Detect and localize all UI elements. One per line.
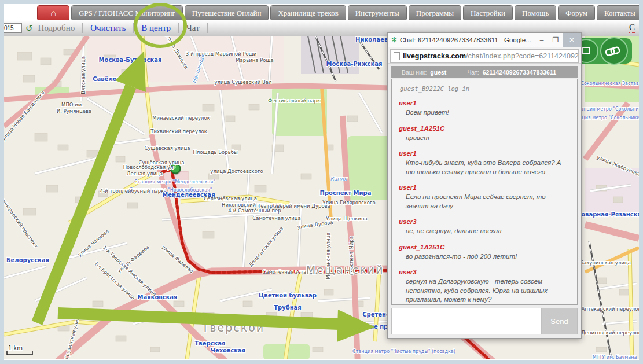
- map-label: Денисовский переулок: [581, 330, 639, 336]
- toolbar-divider: [207, 23, 208, 33]
- map-label: Капля: [330, 176, 348, 182]
- map-label: Марьина Роща: [236, 57, 273, 63]
- menu-item-travel-online[interactable]: Путешествие Онлайн: [185, 5, 269, 21]
- map-label: Бакунинская улица: [580, 260, 631, 266]
- toolbar-divider: [133, 23, 134, 33]
- chat-window-titlebar[interactable]: ✻ Chat: 6211424092673347833611 - Google.…: [388, 33, 581, 47]
- map-label: Тверская: [195, 340, 226, 347]
- chat-message-author: user1: [399, 100, 570, 106]
- map-label: Белорусская: [6, 257, 49, 263]
- toolbar-divider: [82, 23, 83, 33]
- map-label: 4-й троллейбусный парк: [100, 188, 164, 194]
- minimize-button[interactable]: –: [535, 33, 549, 47]
- map-label: Лесная улица: [127, 171, 163, 177]
- menu-item-track-storage[interactable]: Хранилище треков: [270, 5, 346, 21]
- map-label: Ленинградский проспект: [4, 192, 39, 249]
- center-button[interactable]: В центр: [141, 23, 171, 33]
- menu-item-help[interactable]: Помощь: [515, 5, 556, 21]
- chat-message-author: user3: [399, 269, 570, 275]
- url-path: /chat/index.php?code=621142409267: [466, 52, 579, 60]
- close-button[interactable]: ✕: [563, 33, 581, 47]
- scale-label: 1 km: [8, 345, 23, 351]
- map-label: Аптекарский переулок: [581, 306, 639, 312]
- map-label: Проспект Мира: [320, 190, 372, 196]
- map-label: Станция метро "Сокольники": [575, 106, 639, 112]
- map-label: Тверской: [201, 321, 264, 334]
- map-label: Цветной бульвар: [259, 292, 317, 299]
- chat-message-input[interactable]: [391, 308, 542, 334]
- chat-input-row: Send: [391, 308, 578, 334]
- map-label: Сокольническая Застава: [580, 81, 639, 86]
- chat-message: user1Всем привет!: [399, 100, 570, 117]
- chat-message-text: не, не свернул, дальше поехал: [406, 227, 570, 236]
- map-label: Чеховская: [211, 347, 245, 354]
- top-menu-bar: ⌂ GPS / ГЛОНАСС МониторингПутешествие Он…: [4, 4, 639, 20]
- map-label: И. Румянцева: [57, 108, 91, 114]
- map-label: МГТУ им. Баумана: [593, 355, 637, 359]
- send-button[interactable]: Send: [542, 308, 578, 334]
- chat-messages[interactable]: guest_B9212C log inuser1Всем привет!gues…: [391, 79, 578, 305]
- menu-item-settings[interactable]: Настройки: [463, 5, 513, 21]
- chat-message: user1Если на проспект Мира сейчас сверне…: [399, 184, 570, 211]
- map-label: Мещанский: [306, 263, 384, 276]
- map-label: улица Достоевского: [210, 168, 263, 174]
- chat-message: user3сернул на Долгоруковскую - теперь с…: [399, 269, 570, 304]
- clear-button[interactable]: Очистить: [90, 23, 126, 33]
- map-label: Товарная-Рязанская: [577, 211, 639, 218]
- map-label: Минаевский переулок: [152, 115, 210, 121]
- map-label: 3-й проезд Марьиной Рощи: [186, 51, 257, 57]
- toolbar-right-link[interactable]: С: [629, 23, 635, 33]
- nick-label: Ваш ник:: [402, 69, 427, 76]
- chat-message: user3не, не свернул, дальше поехал: [399, 218, 570, 236]
- refresh-icon[interactable]: ↺: [25, 23, 33, 34]
- map-label: 1-я Тверская-Ямская улица: [102, 244, 157, 297]
- scale-bar: 1 km: [7, 345, 32, 355]
- chat-window-title: Chat: 6211424092673347833611 - Google...: [400, 36, 535, 43]
- chat-id-label: Чат:: [467, 69, 479, 76]
- map-label: улица Сущёвский Вал: [215, 79, 272, 85]
- chat-favicon-icon: ✻: [391, 36, 397, 44]
- url-field[interactable]: livegpstracks.com/chat/index.php?code=62…: [390, 49, 579, 63]
- map-label: Маяковская: [138, 294, 178, 300]
- chat-message-text: Кто-нибудь знает, куда это Валера собрал…: [406, 159, 570, 177]
- map-label: Москва-Рижская: [326, 61, 383, 67]
- map-label: Самотёчная улица: [252, 215, 301, 221]
- chat-message: user1Кто-нибудь знает, куда это Валера с…: [399, 150, 570, 177]
- map-label: Улица Гиляровского: [322, 200, 375, 205]
- map-label: Улица Щепкина: [326, 216, 367, 222]
- map-label: Трубная: [274, 304, 302, 311]
- map-label: Москва-Бутырская: [99, 57, 162, 63]
- chat-message-author: guest_1A251C: [399, 125, 570, 132]
- home-button[interactable]: ⌂: [37, 5, 69, 21]
- map-label: Новослободская ул: [123, 164, 174, 170]
- map-label: Тихвинский переулок: [150, 128, 207, 134]
- chat-message-text: сернул на Долгоруковскую - теперь совсем…: [406, 277, 570, 304]
- detail-button[interactable]: Подробно: [38, 23, 75, 33]
- chat-window: ✻ Chat: 6211424092673347833611 - Google.…: [387, 32, 582, 339]
- map-label: Театр зверей имени Дурова: [257, 203, 330, 209]
- maximize-button[interactable]: ❐: [549, 33, 563, 47]
- chat-message-author: user3: [399, 218, 570, 225]
- map-label: Станция метро "Менделеевская": [134, 179, 215, 185]
- chat-button[interactable]: Чат: [186, 23, 200, 33]
- chat-header: Ваш ник: guest Чат: 62114240926733478336…: [391, 66, 578, 78]
- menu-item-contacts[interactable]: Контакты: [597, 5, 639, 21]
- map-label: МПО им.: [61, 102, 83, 108]
- chat-message: guest_1A251Cво разогнался-то - под 200 л…: [399, 244, 570, 262]
- map-label: Станция метро "Чистые пруды" (посадка): [352, 349, 455, 354]
- map-label: Сущёвская улица: [144, 145, 190, 151]
- chat-page: Ваш ник: guest Чат: 62114240926733478336…: [388, 64, 581, 338]
- menu-item-monitoring[interactable]: GPS / ГЛОНАСС Мониторинг: [71, 5, 183, 21]
- home-icon: ⌂: [50, 8, 56, 19]
- chat-message-author: guest_1A251C: [399, 244, 570, 251]
- map-label: Фестивальный парк: [268, 98, 320, 104]
- chat-message: guest_B9212C log in: [400, 85, 570, 92]
- menu-item-tools[interactable]: Инструменты: [348, 5, 407, 21]
- page-icon: [394, 52, 400, 60]
- map-label: Вятская улица: [80, 56, 86, 94]
- menu-item-programs[interactable]: Программы: [409, 5, 461, 21]
- chat-message-text: Если на проспект Мира сейчас свернет, то…: [406, 193, 570, 211]
- date-input[interactable]: [4, 23, 22, 33]
- menu-item-forum[interactable]: Форум: [558, 5, 595, 21]
- chat-message-text: во разогнался-то - под 200 летит!: [406, 252, 570, 262]
